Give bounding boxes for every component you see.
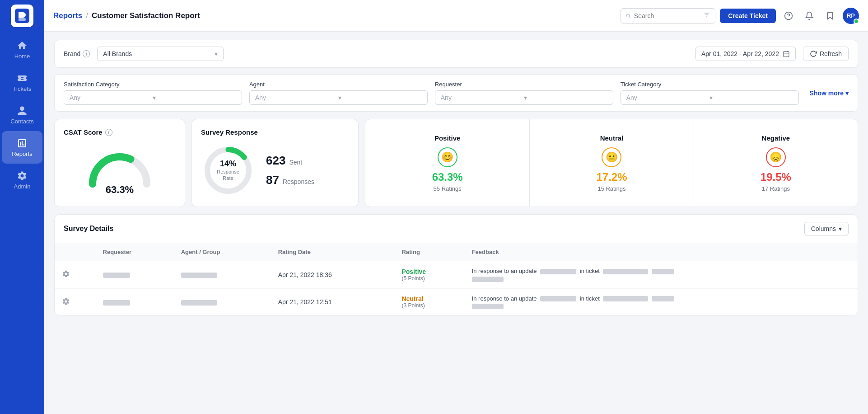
rating-points: (3 Points) [401,302,457,309]
positive-ratings: 55 Ratings [434,185,462,192]
neutral-emoji: 😐 [602,147,621,167]
col-requester: Requester [96,243,174,261]
neutral-sentiment: Neutral 😐 17.2% 15 Ratings [529,119,693,207]
row-agent-group [174,288,271,315]
requester-filter: Requester Any ▾ [435,81,613,105]
agent-select[interactable]: Any ▾ [249,90,428,105]
show-more-button[interactable]: Show more ▾ [810,89,849,97]
chevron-down-icon: ▾ [338,94,421,101]
row-settings[interactable] [55,288,96,315]
positive-title: Positive [434,134,461,142]
sidebar-item-admin[interactable]: Admin [2,164,42,196]
agent-blurred [181,300,217,306]
sidebar-item-label: Admin [14,183,31,190]
calendar-icon [783,50,790,57]
negative-ratings: 17 Ratings [762,185,790,192]
feedback-blurred-4 [472,277,504,282]
col-rating: Rating [394,243,464,261]
chevron-down-icon: ▾ [524,94,607,101]
row-settings[interactable] [55,261,96,289]
breadcrumb-separator: / [86,11,88,20]
breadcrumb-reports-link[interactable]: Reports [53,11,82,20]
positive-sentiment: Positive 😊 63.3% 55 Ratings [365,119,529,207]
filter-icon[interactable] [703,11,710,20]
breadcrumb: Reports / Customer Satisfaction Report [53,11,615,20]
sidebar-item-label: Contacts [10,118,33,125]
survey-details-header: Survey Details Columns ▾ [55,215,858,243]
date-range-picker[interactable]: Apr 01, 2022 - Apr 22, 2022 [695,47,796,61]
detail-filters-bar: Satisfaction Category Any ▾ Agent Any ▾ … [54,74,858,112]
rating-points: (5 Points) [401,275,457,282]
negative-pct: 19.5% [761,171,791,183]
survey-response-title: Survey Response [201,128,349,136]
feedback-blurred-1 [540,296,576,301]
sidebar-item-reports[interactable]: Reports [2,131,42,164]
create-ticket-button[interactable]: Create Ticket [720,9,776,23]
responses-label: Responses [283,178,314,185]
feedback-blurred-1 [540,269,576,274]
feedback-blurred-2 [603,296,648,301]
row-feedback: In response to an update in ticket [465,261,858,289]
donut-center-text: 14% ResponseRate [217,159,239,182]
donut-chart: 14% ResponseRate [201,143,255,198]
search-box[interactable] [621,8,715,24]
sidebar-item-contacts[interactable]: Contacts [2,99,42,131]
survey-stats: 623 Sent 87 Responses [266,154,314,187]
negative-emoji: 😞 [766,147,786,167]
satisfaction-category-filter: Satisfaction Category Any ▾ [64,81,242,105]
sent-number: 623 [266,154,285,168]
refresh-icon [810,50,817,57]
requester-select[interactable]: Any ▾ [435,90,613,105]
agent-filter: Agent Any ▾ [249,81,428,105]
csat-score-card: CSAT Score i 63.3% [54,119,185,207]
table-header-row: Requester Agent / Group Rating Date Rati… [55,243,858,261]
bookmark-button[interactable] [822,8,838,24]
search-input[interactable] [634,12,700,19]
sidebar-item-home[interactable]: Home [2,33,42,66]
ticket-category-label: Ticket Category [621,81,799,88]
satisfaction-category-label: Satisfaction Category [64,81,242,88]
sidebar-item-label: Home [14,53,30,60]
neutral-ratings: 15 Ratings [597,185,625,192]
positive-emoji: 😊 [438,147,457,167]
settings-icon [62,270,70,278]
notifications-button[interactable] [801,8,817,24]
csat-info-icon[interactable]: i [105,129,112,136]
satisfaction-category-select[interactable]: Any ▾ [64,90,242,105]
sidebar-item-tickets[interactable]: Tickets [2,66,42,99]
ticket-category-select[interactable]: Any ▾ [621,90,799,105]
positive-pct: 63.3% [432,171,463,183]
refresh-button[interactable]: Refresh [803,47,849,61]
columns-button[interactable]: Columns ▾ [804,222,849,235]
breadcrumb-current-page: Customer Satisfaction Report [92,11,200,20]
brand-info-icon[interactable]: i [83,50,90,57]
col-feedback: Feedback [465,243,858,261]
response-rate-pct: 14% [217,159,239,169]
table-row: Apr 21, 2022 12:51 Neutral (3 Points) In… [55,288,858,315]
settings-icon [62,297,70,306]
sent-stat: 623 Sent [266,154,314,168]
avatar-initials: RP [847,12,855,19]
row-rating-date: Apr 21, 2022 12:51 [271,288,395,315]
search-icon [625,12,631,19]
app-logo[interactable] [11,5,33,27]
responses-stat: 87 Responses [266,173,314,187]
negative-title: Negative [762,134,790,142]
main-area: Reports / Customer Satisfaction Report C… [44,0,868,414]
brand-select[interactable]: All Brands ▾ [97,47,224,61]
neutral-title: Neutral [600,134,624,142]
negative-sentiment: Negative 😞 19.5% 17 Ratings [694,119,858,207]
page-header: Reports / Customer Satisfaction Report C… [44,0,868,32]
requester-label: Requester [435,81,613,88]
col-icon [55,243,96,261]
csat-gauge: 63.3% [64,143,176,196]
header-actions: Create Ticket RP [621,8,859,24]
survey-details-card: Survey Details Columns ▾ Requester Agent… [54,214,858,316]
csat-title: CSAT Score i [64,128,176,136]
help-button[interactable] [780,8,797,24]
sidebar-item-label: Reports [12,151,33,157]
avatar[interactable]: RP [843,8,859,24]
responses-number: 87 [266,173,279,187]
row-requester [96,288,174,315]
sidebar: Home Tickets Contacts Reports Admin [0,0,44,414]
